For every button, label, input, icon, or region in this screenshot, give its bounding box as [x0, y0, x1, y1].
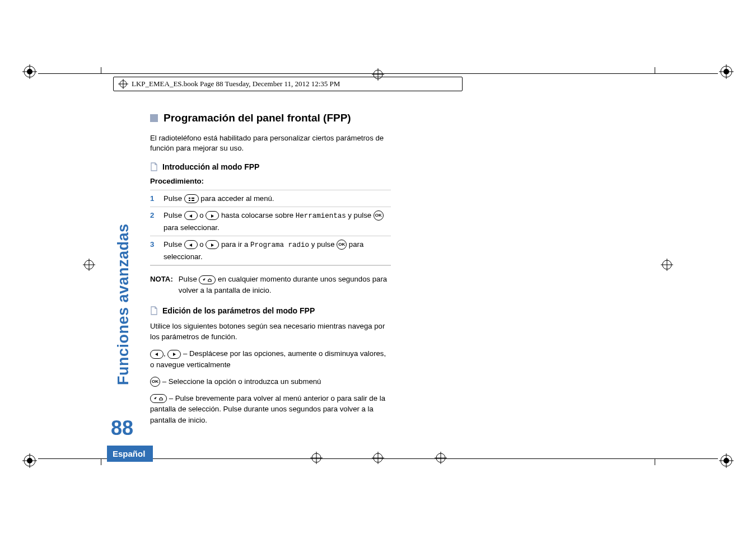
language-badge: Español [107, 446, 153, 462]
crosshair-icon [310, 452, 323, 464]
right-key-icon [206, 240, 219, 249]
left-key-icon [150, 350, 164, 359]
left-key-icon [184, 240, 198, 249]
home-key-icon [150, 394, 167, 403]
right-key-icon [167, 350, 181, 359]
registration-mark-icon [22, 453, 37, 468]
crosshair-icon [435, 452, 447, 464]
crop-tick [655, 458, 655, 465]
step-body: Pulse o para ir a Programa radio y pulse… [164, 238, 391, 263]
step-body: Pulse o hasta colocarse sobre Herramient… [164, 209, 391, 233]
subheading: Introducción al modo FPP [162, 162, 259, 171]
registration-mark-icon [719, 64, 734, 79]
main-content: Programación del panel frontal (FPP) El … [150, 112, 391, 432]
ok-key-icon: OK [337, 240, 347, 250]
page-icon [150, 162, 158, 171]
procedure-step: 3 Pulse o para ir a Programa radio y pul… [150, 236, 391, 265]
crop-tick [655, 67, 655, 74]
note-label: NOTA: [150, 274, 173, 296]
crop-tick [101, 67, 101, 74]
subheading-row: Edición de los parámetros del modo FPP [150, 306, 391, 315]
step-number: 2 [150, 209, 158, 233]
bullet-item: OK – Seleccione la opción o introduzca u… [150, 376, 391, 387]
home-key-icon [199, 275, 216, 284]
heading-row: Programación del panel frontal (FPP) [150, 112, 391, 124]
svg-rect-37 [189, 198, 190, 199]
subheading: Edición de los parámetros del modo FPP [162, 306, 315, 315]
description-lead: Utilice los siguientes botones según sea… [150, 321, 391, 343]
note-body: Pulse en cualquier momento durante unos … [179, 274, 391, 296]
page-root: LKP_EMEA_ES.book Page 88 Tuesday, Decemb… [0, 0, 756, 534]
menu-key-icon [184, 194, 199, 203]
step-number: 3 [150, 238, 158, 263]
registration-mark-icon [719, 453, 734, 468]
page-slug-text: LKP_EMEA_ES.book Page 88 Tuesday, Decemb… [132, 79, 340, 88]
bullet-item: , – Desplácese por las opciones, aumente… [150, 348, 391, 371]
ok-key-icon: OK [374, 210, 384, 221]
left-key-icon [184, 211, 198, 220]
procedure-step: 2 Pulse o hasta colocarse sobre Herramie… [150, 207, 391, 236]
procedure-step: 1 Pulse para acceder al menú. [150, 190, 391, 207]
intro-paragraph: El radioteléfono está habilitado para pe… [150, 133, 391, 153]
note-block: NOTA: Pulse en cualquier momento durante… [150, 274, 391, 296]
page-number: 88 [111, 416, 133, 440]
step-body: Pulse para acceder al menú. [164, 193, 391, 204]
page-title: Programación del panel frontal (FPP) [164, 112, 351, 124]
svg-rect-40 [192, 200, 194, 201]
svg-rect-39 [192, 198, 194, 199]
crosshair-icon [661, 259, 673, 271]
registration-mark-icon [22, 64, 37, 79]
ok-key-icon: OK [150, 377, 160, 387]
description-block: Utilice los siguientes botones según sea… [150, 321, 391, 426]
bullet-item: – Pulse brevemente para volver al menú a… [150, 393, 391, 426]
crosshair-icon [372, 452, 384, 464]
svg-rect-38 [189, 200, 190, 201]
right-key-icon [206, 211, 219, 220]
crop-tick [101, 458, 101, 465]
crop-line [38, 73, 718, 74]
subheading-row: Introducción al modo FPP [150, 162, 391, 171]
step-number: 1 [150, 193, 158, 204]
heading-bullet-icon [150, 114, 158, 122]
procedure-label: Procedimiento: [150, 177, 391, 185]
page-slug-bar: LKP_EMEA_ES.book Page 88 Tuesday, Decemb… [113, 77, 463, 91]
crosshair-icon [118, 79, 128, 89]
crosshair-icon [83, 259, 95, 271]
page-icon [150, 306, 158, 315]
side-section-label: Funciones avanzadas [115, 223, 132, 385]
